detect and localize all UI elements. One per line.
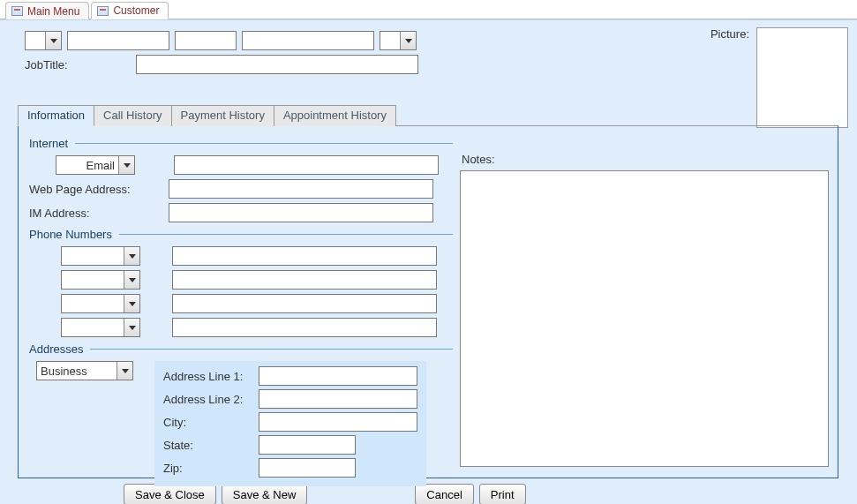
group-legend: Addresses	[29, 342, 83, 356]
button-row: Save & Close Save & New Cancel Print	[18, 484, 845, 504]
phone-type-select[interactable]	[61, 318, 140, 337]
picture-label: Picture:	[710, 27, 749, 41]
jobtitle-label: JobTitle:	[25, 58, 127, 71]
chevron-down-icon	[45, 32, 61, 49]
im-input[interactable]	[169, 203, 433, 222]
notes-label: Notes:	[462, 153, 495, 166]
group-legend: Internet	[29, 137, 68, 150]
phone-type-select[interactable]	[61, 270, 140, 290]
web-label: Web Page Address:	[29, 183, 163, 196]
cancel-button[interactable]: Cancel	[415, 484, 473, 504]
phone-input[interactable]	[172, 270, 437, 290]
addr-line1-input[interactable]	[259, 366, 417, 386]
form-icon	[97, 6, 109, 16]
detail-tabs: Information Call History Payment History…	[18, 104, 838, 478]
addr-line2-label: Address Line 2:	[163, 393, 253, 406]
address-type-select[interactable]: Business	[36, 361, 133, 380]
addr-line1-label: Address Line 1:	[163, 370, 253, 383]
addr-state-input[interactable]	[259, 435, 356, 455]
group-internet: Internet Email W	[29, 137, 453, 222]
left-column: Internet Email W	[29, 137, 453, 486]
phone-input[interactable]	[172, 246, 437, 266]
group-phones: Phone Numbers	[29, 228, 453, 337]
chevron-down-icon	[124, 319, 139, 336]
suffix-select[interactable]	[380, 31, 417, 50]
group-addresses: Addresses Business Address Line 1:	[29, 342, 453, 486]
chevron-down-icon	[124, 247, 139, 265]
addr-state-label: State:	[163, 439, 253, 452]
phone-type-select[interactable]	[61, 246, 140, 266]
middle-name-input[interactable]	[175, 31, 237, 50]
ribbon-tab-customer[interactable]: Customer	[91, 2, 169, 19]
tab-information[interactable]: Information	[18, 105, 94, 126]
phone-input[interactable]	[172, 294, 437, 313]
tab-payment-history[interactable]: Payment History	[171, 105, 274, 126]
email-input[interactable]	[174, 155, 439, 175]
tab-body: Notes: Internet Email	[18, 125, 838, 478]
addr-line2-input[interactable]	[259, 389, 417, 409]
chevron-down-icon	[118, 156, 134, 174]
divider	[75, 143, 453, 144]
tab-appointment-history[interactable]: Appointment History	[274, 105, 396, 126]
ribbon-tabstrip: Main Menu Customer	[0, 0, 857, 19]
jobtitle-row: JobTitle:	[25, 55, 845, 74]
addr-zip-input[interactable]	[259, 458, 356, 478]
last-name-input[interactable]	[242, 31, 374, 50]
print-button[interactable]: Print	[479, 484, 526, 504]
address-panel: Address Line 1: Address Line 2: City:	[154, 361, 426, 486]
addr-city-input[interactable]	[259, 412, 417, 432]
group-legend: Phone Numbers	[29, 228, 112, 241]
divider	[90, 349, 453, 350]
detail-tabstrip: Information Call History Payment History…	[18, 104, 838, 125]
divider	[119, 234, 453, 235]
salutation-select[interactable]	[25, 31, 62, 50]
chevron-down-icon	[124, 295, 139, 312]
save-new-button[interactable]: Save & New	[222, 484, 308, 504]
form-icon	[11, 6, 23, 16]
ribbon-tab-label: Customer	[113, 4, 159, 17]
first-name-input[interactable]	[67, 31, 169, 50]
form-area: JobTitle: Picture: Information Call Hist…	[0, 19, 857, 504]
jobtitle-input[interactable]	[136, 55, 418, 74]
phone-input[interactable]	[172, 318, 437, 337]
phone-type-select[interactable]	[61, 294, 140, 313]
chevron-down-icon	[400, 32, 416, 49]
ribbon-tab-main-menu[interactable]: Main Menu	[5, 2, 89, 19]
chevron-down-icon	[124, 271, 139, 289]
addr-city-label: City:	[163, 416, 253, 429]
notes-textarea[interactable]	[460, 170, 829, 467]
im-label: IM Address:	[29, 207, 163, 220]
ribbon-tab-label: Main Menu	[27, 5, 79, 18]
save-close-button[interactable]: Save & Close	[124, 484, 216, 504]
email-type-select[interactable]: Email	[56, 155, 135, 175]
chevron-down-icon	[117, 362, 132, 380]
web-input[interactable]	[169, 179, 433, 199]
tab-call-history[interactable]: Call History	[94, 105, 171, 126]
addr-zip-label: Zip:	[163, 462, 253, 475]
